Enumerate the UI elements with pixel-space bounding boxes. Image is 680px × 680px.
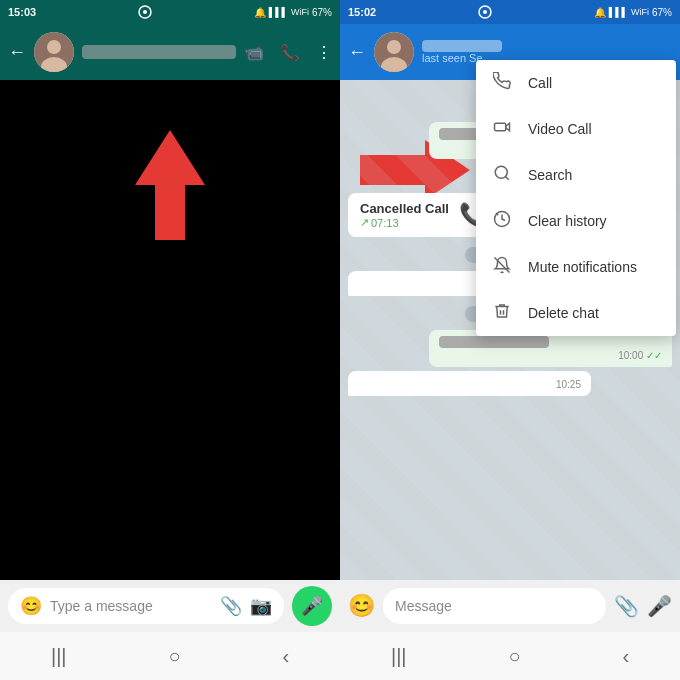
wifi-icon: WiFi bbox=[291, 7, 309, 17]
svg-rect-12 bbox=[495, 123, 506, 131]
right-placeholder: Message bbox=[395, 598, 452, 614]
message-bubble-received-2: 10:25 bbox=[348, 371, 591, 396]
svg-point-1 bbox=[143, 10, 147, 14]
call-time: ↗ 07:13 bbox=[360, 216, 449, 229]
right-message-input[interactable]: Message bbox=[383, 588, 606, 624]
delete-icon bbox=[492, 302, 512, 324]
right-contact-name bbox=[422, 40, 502, 52]
svg-point-9 bbox=[387, 40, 401, 54]
right-contact-avatar bbox=[374, 32, 414, 72]
svg-line-15 bbox=[505, 176, 508, 179]
menu-item-mute[interactable]: Mute notifications bbox=[476, 244, 676, 290]
dropdown-menu: Call Video Call Search bbox=[476, 60, 676, 336]
left-emoji-icon[interactable]: 😊 bbox=[20, 595, 42, 617]
left-contact-name bbox=[82, 45, 236, 59]
red-arrow-up bbox=[130, 130, 210, 244]
message-time-4: 10:25 bbox=[358, 379, 581, 390]
right-vibrate-icon: 🔔 bbox=[594, 7, 606, 18]
menu-item-video-call[interactable]: Video Call bbox=[476, 106, 676, 152]
left-nav-home-icon[interactable]: ○ bbox=[168, 645, 180, 668]
right-status-icon bbox=[478, 5, 492, 19]
right-battery-icon: 67% bbox=[652, 7, 672, 18]
svg-point-14 bbox=[495, 166, 507, 178]
left-status-bar: 15:03 🔔 ▌▌▌ WiFi 67% bbox=[0, 0, 340, 24]
svg-point-7 bbox=[483, 10, 487, 14]
right-panel: 15:02 🔔 ▌▌▌ WiFi 67% ← last seen Se... bbox=[340, 0, 680, 680]
left-attach-icon[interactable]: 📎 bbox=[220, 595, 242, 617]
blurred-message-text-3 bbox=[439, 336, 549, 348]
menu-video-call-label: Video Call bbox=[528, 121, 592, 137]
menu-item-clear-history[interactable]: Clear history bbox=[476, 198, 676, 244]
call-icon bbox=[492, 72, 512, 94]
left-nav-bar: ||| ○ ‹ bbox=[0, 632, 340, 680]
mute-icon bbox=[492, 256, 512, 278]
left-contact-avatar bbox=[34, 32, 74, 72]
video-call-menu-icon bbox=[492, 118, 512, 140]
right-signal-icon: ▌▌▌ bbox=[609, 7, 628, 17]
menu-call-label: Call bbox=[528, 75, 552, 91]
menu-mute-label: Mute notifications bbox=[528, 259, 637, 275]
message-time-3: 10:00 ✓✓ bbox=[439, 350, 662, 361]
right-wifi-icon: WiFi bbox=[631, 7, 649, 17]
left-message-input[interactable]: 😊 Type a message 📎 📷 bbox=[8, 588, 284, 624]
call-title: Cancelled Call bbox=[360, 201, 449, 216]
video-call-icon[interactable]: 📹 bbox=[244, 43, 264, 62]
right-nav-back-icon[interactable]: ‹ bbox=[622, 645, 629, 668]
svg-marker-5 bbox=[135, 130, 205, 240]
right-status-bar: 15:02 🔔 ▌▌▌ WiFi 67% bbox=[340, 0, 680, 24]
left-chat-area bbox=[0, 80, 340, 580]
left-time: 15:03 bbox=[8, 6, 36, 18]
left-nav-recent-icon[interactable]: ||| bbox=[51, 645, 67, 668]
menu-item-search[interactable]: Search bbox=[476, 152, 676, 198]
left-header-icons: 📹 📞 ⋮ bbox=[244, 43, 332, 62]
menu-item-call[interactable]: Call bbox=[476, 60, 676, 106]
right-time: 15:02 bbox=[348, 6, 376, 18]
left-back-button[interactable]: ← bbox=[8, 42, 26, 63]
vibrate-icon: 🔔 bbox=[254, 7, 266, 18]
menu-search-label: Search bbox=[528, 167, 572, 183]
search-menu-icon bbox=[492, 164, 512, 186]
right-attach-icon[interactable]: 📎 bbox=[614, 594, 639, 618]
svg-point-3 bbox=[47, 40, 61, 54]
right-status-icons: 🔔 ▌▌▌ WiFi 67% bbox=[594, 7, 672, 18]
menu-item-delete[interactable]: Delete chat bbox=[476, 290, 676, 336]
signal-icon: ▌▌▌ bbox=[269, 7, 288, 17]
phone-icon[interactable]: 📞 bbox=[280, 43, 300, 62]
right-input-area: 😊 Message 📎 🎤 bbox=[340, 580, 680, 632]
battery-icon: 67% bbox=[312, 7, 332, 18]
clear-history-icon bbox=[492, 210, 512, 232]
left-input-area: 😊 Type a message 📎 📷 🎤 bbox=[0, 580, 340, 632]
right-emoji-button[interactable]: 😊 bbox=[348, 593, 375, 619]
left-chat-header: ← 📹 📞 ⋮ bbox=[0, 24, 340, 80]
left-placeholder: Type a message bbox=[50, 598, 212, 614]
left-nav-back-icon[interactable]: ‹ bbox=[282, 645, 289, 668]
left-status-icons: 🔔 ▌▌▌ WiFi 67% bbox=[254, 7, 332, 18]
left-camera-icon[interactable]: 📷 bbox=[250, 595, 272, 617]
left-mic-button[interactable]: 🎤 bbox=[292, 586, 332, 626]
right-nav-bar: ||| ○ ‹ bbox=[340, 632, 680, 680]
menu-delete-label: Delete chat bbox=[528, 305, 599, 321]
more-options-icon[interactable]: ⋮ bbox=[316, 43, 332, 62]
right-mic-icon[interactable]: 🎤 bbox=[647, 594, 672, 618]
right-nav-home-icon[interactable]: ○ bbox=[508, 645, 520, 668]
menu-clear-label: Clear history bbox=[528, 213, 607, 229]
right-nav-recent-icon[interactable]: ||| bbox=[391, 645, 407, 668]
left-status-icon bbox=[138, 5, 152, 19]
right-back-button[interactable]: ← bbox=[348, 42, 366, 63]
call-info: Cancelled Call ↗ 07:13 bbox=[360, 201, 449, 229]
left-panel: 15:03 🔔 ▌▌▌ WiFi 67% ← 📹 📞 ⋮ bbox=[0, 0, 340, 680]
